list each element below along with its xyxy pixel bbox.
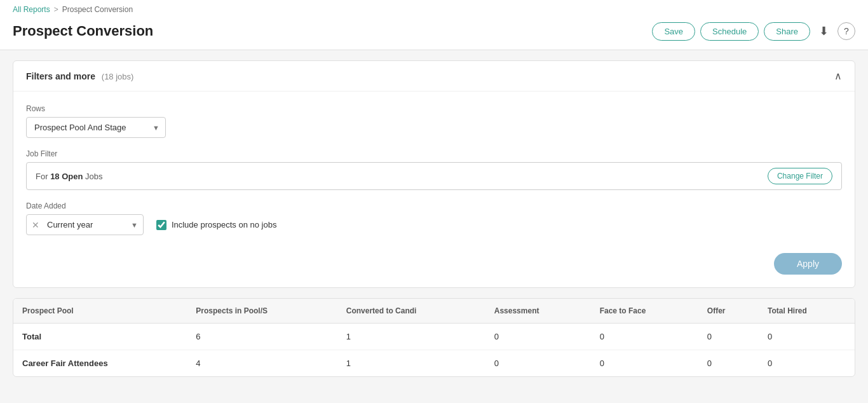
main-content: Filters and more (18 jobs) ∧ Rows Prospe…: [0, 50, 868, 387]
include-checkbox-row: Include prospects on no jobs: [156, 220, 277, 230]
results-table: Prospect Pool Prospects in Pool/S Conver…: [13, 299, 855, 376]
date-row: ✕ Current yearLast yearCustom range ▼ In…: [26, 214, 842, 235]
job-filter-count: 18 Open: [50, 172, 83, 181]
date-filter-row: Date Added ✕ Current yearLast yearCustom…: [26, 202, 842, 235]
breadcrumb: All Reports > Prospect Conversion: [13, 5, 855, 14]
job-filter-prefix: For: [36, 172, 50, 181]
row-1-total-hired: 0: [759, 350, 855, 377]
job-filter-row: Job Filter For 18 Open Jobs Change Filte…: [26, 149, 842, 190]
job-filter-label: Job Filter: [26, 149, 842, 158]
rows-label: Rows: [26, 104, 842, 113]
row-0-pool: Total: [13, 324, 187, 350]
col-prospect-pool: Prospect Pool: [13, 299, 187, 324]
change-filter-button[interactable]: Change Filter: [768, 168, 832, 184]
download-button[interactable]: ⬇: [815, 22, 832, 41]
save-button[interactable]: Save: [652, 22, 695, 41]
row-1-pool: Career Fair Attendees: [13, 350, 187, 377]
col-in-pool: Prospects in Pool/S: [187, 299, 337, 324]
col-face-to-face: Face to Face: [591, 299, 698, 324]
schedule-button[interactable]: Schedule: [700, 22, 759, 41]
rows-select[interactable]: Prospect Pool And StageProspect PoolStag…: [26, 117, 166, 138]
row-1-assessment: 0: [485, 350, 591, 377]
apply-row: Apply: [26, 247, 842, 275]
filter-card: Filters and more (18 jobs) ∧ Rows Prospe…: [13, 60, 855, 288]
col-assessment: Assessment: [485, 299, 591, 324]
table-row: Career Fair Attendees 4 1 0 0 0 0: [13, 350, 855, 377]
table-row: Total 6 1 0 0 0 0: [13, 324, 855, 350]
collapse-button[interactable]: ∧: [834, 70, 842, 82]
col-offer: Offer: [698, 299, 759, 324]
row-0-assessment: 0: [485, 324, 591, 350]
row-0-offer: 0: [698, 324, 759, 350]
col-total-hired: Total Hired: [759, 299, 855, 324]
row-0-face-to-face: 0: [591, 324, 698, 350]
date-select[interactable]: Current yearLast yearCustom range: [42, 215, 131, 235]
filter-subtitle: (18 jobs): [102, 72, 134, 81]
rows-select-wrapper: Prospect Pool And StageProspect PoolStag…: [26, 117, 166, 138]
date-added-label: Date Added: [26, 202, 842, 210]
header-actions: Save Schedule Share ⬇ ?: [652, 22, 855, 41]
job-filter-box: For 18 Open Jobs Change Filter: [26, 162, 842, 190]
help-button[interactable]: ?: [837, 22, 855, 40]
include-checkbox-label[interactable]: Include prospects on no jobs: [172, 220, 277, 229]
breadcrumb-all-reports[interactable]: All Reports: [13, 5, 50, 14]
top-bar: All Reports > Prospect Conversion Prospe…: [0, 0, 868, 50]
rows-filter-row: Rows Prospect Pool And StageProspect Poo…: [26, 104, 842, 138]
table-header-row: Prospect Pool Prospects in Pool/S Conver…: [13, 299, 855, 324]
date-select-wrapper: ✕ Current yearLast yearCustom range ▼: [26, 214, 144, 235]
include-checkbox[interactable]: [156, 220, 166, 230]
date-select-arrow-icon: ▼: [131, 221, 143, 229]
filter-header: Filters and more (18 jobs) ∧: [13, 61, 855, 92]
row-1-converted: 1: [337, 350, 485, 377]
page-header: Prospect Conversion Save Schedule Share …: [13, 18, 855, 47]
breadcrumb-current: Prospect Conversion: [62, 5, 133, 14]
job-filter-suffix: Jobs: [83, 172, 102, 181]
row-1-face-to-face: 0: [591, 350, 698, 377]
filter-title-group: Filters and more (18 jobs): [26, 71, 133, 81]
job-filter-text: For 18 Open Jobs: [36, 172, 103, 181]
row-0-converted: 1: [337, 324, 485, 350]
apply-button[interactable]: Apply: [774, 253, 842, 275]
share-button[interactable]: Share: [764, 22, 810, 41]
results-table-wrapper: Prospect Pool Prospects in Pool/S Conver…: [13, 298, 855, 377]
filter-title: Filters and more: [26, 71, 95, 81]
breadcrumb-separator: >: [54, 5, 58, 14]
row-0-total-hired: 0: [759, 324, 855, 350]
row-1-offer: 0: [698, 350, 759, 377]
col-converted: Converted to Candi: [337, 299, 485, 324]
date-clear-button[interactable]: ✕: [27, 216, 42, 234]
page-title: Prospect Conversion: [13, 23, 153, 39]
row-1-in-pool: 4: [187, 350, 337, 377]
row-0-in-pool: 6: [187, 324, 337, 350]
filter-body: Rows Prospect Pool And StageProspect Poo…: [13, 92, 855, 287]
